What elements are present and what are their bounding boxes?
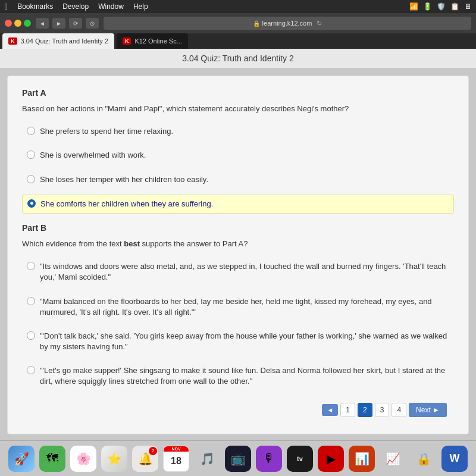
part-b-q-suffix: supports the answer to Part A? xyxy=(140,239,248,248)
part-b-label: Part B xyxy=(22,223,454,233)
dock-calendar[interactable]: NOV 18 xyxy=(163,446,189,472)
option-a1[interactable]: She prefers to spend her time relaxing. xyxy=(22,123,454,140)
refresh-icon: ↻ xyxy=(317,20,322,27)
dock: 🚀 🗺 🌸 ⭐ 🔔 2 NOV 18 🎵 📺 🎙 tv ▶ 📊 📈 🔒 W xyxy=(0,440,476,476)
option-a1-text: She prefers to spend her time relaxing. xyxy=(40,126,173,137)
radio-a3[interactable] xyxy=(27,175,35,183)
page-title-bar: 3.04 Quiz: Truth and Identity 2 xyxy=(0,49,476,68)
radio-a2[interactable] xyxy=(27,151,35,159)
close-btn[interactable] xyxy=(5,20,12,27)
maximize-btn[interactable] xyxy=(24,20,31,27)
dock-tv[interactable]: 📺 xyxy=(225,446,251,472)
dock-music[interactable]: 🎵 xyxy=(194,446,220,472)
back-button[interactable]: ◄ xyxy=(36,18,49,29)
radio-b1[interactable] xyxy=(27,262,35,270)
prev-page-button[interactable]: ◄ xyxy=(322,404,338,416)
home-button[interactable]: ⊙ xyxy=(86,18,99,29)
option-a2[interactable]: She is overwhelmed with work. xyxy=(22,146,454,164)
notification-badge: 2 xyxy=(149,447,157,455)
option-a4[interactable]: She comforts her children when they are … xyxy=(22,195,454,214)
security-icon: 🛡️ xyxy=(437,2,446,11)
dock-photos[interactable]: 🌸 xyxy=(70,446,96,472)
second-tab-label: K12 Online Sc... xyxy=(134,37,182,45)
dock-launchpad[interactable]: ⭐ xyxy=(101,446,127,472)
calendar-date: 18 xyxy=(171,452,181,471)
part-a-label: Part A xyxy=(22,88,454,98)
content-area: Part A Based on her actions in "Mami and… xyxy=(7,76,469,434)
dock-word[interactable]: W xyxy=(441,446,468,472)
second-tab[interactable]: K K12 Online Sc... xyxy=(117,33,188,49)
active-tab[interactable]: K 3.04 Quiz: Truth and Identity 2 xyxy=(2,33,114,49)
window-controls xyxy=(5,20,31,27)
next-button[interactable]: Next ► xyxy=(409,403,447,417)
radio-a4[interactable] xyxy=(27,199,36,208)
dock-notifications[interactable]: 🔔 2 xyxy=(132,446,158,472)
dock-activity[interactable]: 📈 xyxy=(380,446,406,472)
tab-bar: K 3.04 Quiz: Truth and Identity 2 K K12 … xyxy=(0,33,476,49)
address-bar[interactable]: 🔒 learning.k12.com ↻ xyxy=(104,17,471,30)
page-4-button[interactable]: 4 xyxy=(392,403,406,417)
dock-finder[interactable]: 🚀 xyxy=(8,446,35,472)
menu-help[interactable]: Help xyxy=(133,2,148,11)
page-1-button[interactable]: 1 xyxy=(340,403,355,417)
option-b2-text: "Mami balanced on the floorboards to her… xyxy=(40,296,449,318)
option-b3-text: "'Don't talk back,' she said. 'You girls… xyxy=(40,331,449,352)
part-b-question: Which evidence from the text best suppor… xyxy=(22,239,454,249)
minimize-btn[interactable] xyxy=(14,20,21,27)
k12-badge: K xyxy=(8,37,17,45)
radio-b3[interactable] xyxy=(27,331,35,340)
page-title: 3.04 Quiz: Truth and Identity 2 xyxy=(182,54,294,63)
refresh-button[interactable]: ⟳ xyxy=(69,18,82,29)
wifi-icon: 📶 xyxy=(409,2,418,11)
calendar-month: NOV xyxy=(164,446,189,452)
page-3-button[interactable]: 3 xyxy=(375,403,390,417)
dock-vpn[interactable]: 🔒 xyxy=(411,446,437,472)
clock-icon: 📋 xyxy=(450,2,459,11)
radio-b2[interactable] xyxy=(27,297,35,305)
apple-menu[interactable]:  xyxy=(5,2,8,11)
url-text: learning.k12.com xyxy=(262,20,312,27)
page-2-button[interactable]: 2 xyxy=(358,403,372,417)
dock-podcasts[interactable]: 🎙 xyxy=(256,446,282,472)
part-b-q-bold: best xyxy=(124,239,140,248)
radio-b4[interactable] xyxy=(27,366,35,374)
menu-develop[interactable]: Develop xyxy=(62,2,89,11)
dock-video[interactable]: ▶ xyxy=(318,446,344,472)
menu-bookmarks[interactable]: Bookmarks xyxy=(17,2,53,11)
active-tab-label: 3.04 Quiz: Truth and Identity 2 xyxy=(21,37,108,45)
part-b-q-prefix: Which evidence from the text xyxy=(22,239,124,248)
part-a-question: Based on her actions in "Mami and Papi",… xyxy=(22,104,454,114)
screen-icon: 🖥 xyxy=(464,2,471,11)
option-b3[interactable]: "'Don't talk back,' she said. 'You girls… xyxy=(22,327,454,356)
dock-maps[interactable]: 🗺 xyxy=(39,446,65,472)
browser-chrome: ◄ ► ⟳ ⊙ 🔒 learning.k12.com ↻ xyxy=(0,13,476,33)
radio-a1[interactable] xyxy=(27,127,35,135)
option-a4-text: She comforts her children when they are … xyxy=(40,199,213,209)
forward-button[interactable]: ► xyxy=(52,18,65,29)
pagination: ◄ 1 2 3 4 Next ► xyxy=(22,398,454,422)
option-b4-text: "'Let's go make supper!' She singsang to… xyxy=(40,365,449,387)
lock-icon: 🔒 xyxy=(253,20,260,27)
dock-appletv[interactable]: tv xyxy=(287,446,313,472)
battery-icon: 🔋 xyxy=(423,2,432,11)
option-b4[interactable]: "'Let's go make supper!' She singsang to… xyxy=(22,362,454,390)
k12-badge2: K xyxy=(123,37,131,45)
option-b2[interactable]: "Mami balanced on the floorboards to her… xyxy=(22,293,454,321)
option-a2-text: She is overwhelmed with work. xyxy=(40,150,146,161)
option-b1[interactable]: "Its windows and doors were also metal, … xyxy=(22,258,454,286)
option-b1-text: "Its windows and doors were also metal, … xyxy=(40,261,449,283)
dock-keynote[interactable]: 📊 xyxy=(349,446,375,472)
option-a3[interactable]: She loses her temper with her children t… xyxy=(22,171,454,189)
menu-bar:  Bookmarks Develop Window Help 📶 🔋 🛡️ 📋… xyxy=(0,0,476,13)
menu-window[interactable]: Window xyxy=(98,2,124,11)
option-a3-text: She loses her temper with her children t… xyxy=(40,174,208,185)
